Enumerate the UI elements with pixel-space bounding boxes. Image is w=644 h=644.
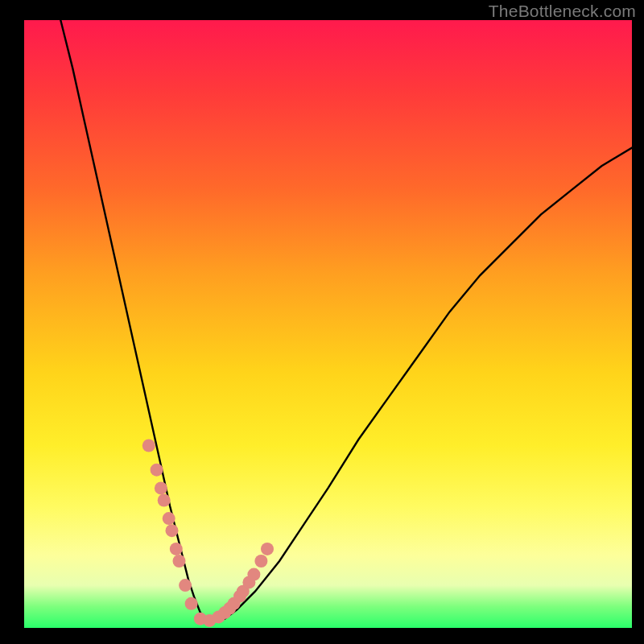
highlight-dot	[163, 512, 175, 525]
watermark-text: TheBottleneck.com	[489, 2, 636, 21]
highlight-dot	[170, 543, 183, 555]
highlight-dot	[142, 440, 155, 452]
highlight-dot	[155, 481, 167, 494]
highlight-dot	[173, 555, 186, 568]
highlight-dot	[179, 579, 192, 592]
highlight-dots	[142, 440, 274, 627]
highlight-dot	[151, 464, 163, 477]
highlight-dot	[185, 597, 198, 610]
curve-layer	[24, 20, 632, 628]
plot-area	[24, 20, 632, 628]
highlight-dot	[254, 555, 267, 568]
highlight-dot	[247, 568, 260, 581]
highlight-dot	[166, 524, 179, 537]
highlight-dot	[261, 543, 274, 555]
highlight-dot	[158, 494, 171, 507]
chart-frame: TheBottleneck.com	[0, 0, 644, 644]
bottleneck-curve	[60, 20, 632, 622]
